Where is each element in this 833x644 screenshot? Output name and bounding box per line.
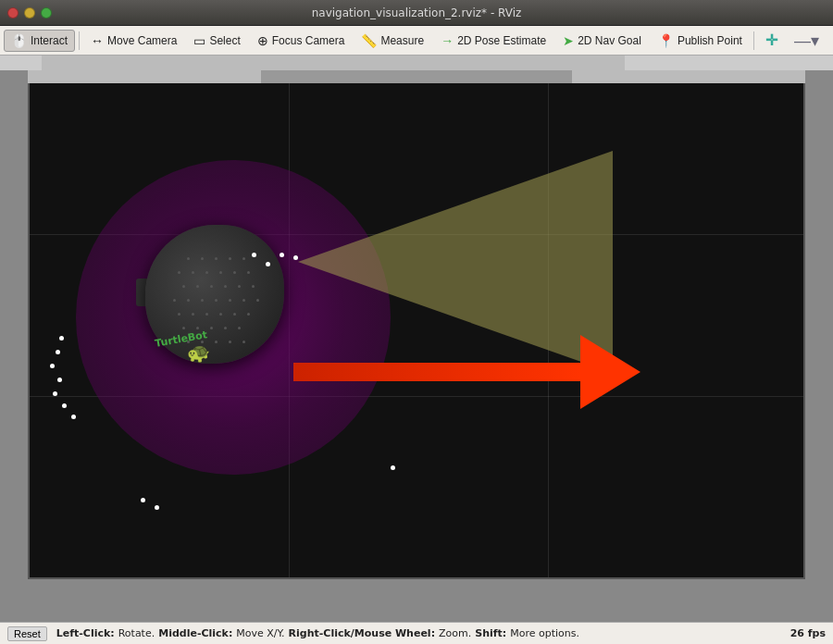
- robot-dot: [247, 313, 250, 316]
- robot-dot: [182, 327, 185, 329]
- robot-dot: [233, 313, 236, 316]
- robot-dot: [178, 313, 180, 316]
- lidar-dot: [141, 498, 145, 502]
- nav-goal-label: 2D Nav Goal: [578, 34, 641, 47]
- minimize-button[interactable]: [24, 7, 35, 19]
- interact-tool[interactable]: 🖱️ Interact: [4, 30, 75, 52]
- window-title: navigation_visualization_2.rviz* - RViz: [312, 6, 522, 19]
- lidar-dot: [59, 336, 64, 341]
- robot-dot: [224, 285, 227, 288]
- minus-tool[interactable]: —▾: [787, 27, 827, 55]
- measure-label: Measure: [380, 34, 424, 47]
- lidar-dot: [53, 391, 57, 396]
- robot-dot: [238, 285, 241, 288]
- robot-dot: [178, 271, 180, 274]
- focus-camera-tool[interactable]: ⊕ Focus Camera: [250, 30, 353, 52]
- lidar-dot: [391, 465, 395, 470]
- select-tool[interactable]: ▭ Select: [186, 30, 247, 52]
- lidar-dot: [266, 262, 270, 266]
- robot-dot: [224, 327, 227, 329]
- measure-tool[interactable]: 📏 Measure: [354, 30, 431, 52]
- arrow-head: [580, 335, 640, 409]
- shift-action: More options.: [510, 627, 579, 639]
- publish-point-tool[interactable]: 📍 Publish Point: [651, 30, 750, 52]
- lidar-dot: [50, 364, 55, 368]
- nav-goal-icon: ➤: [563, 33, 574, 48]
- viewport-container: TurtleBot 🐢: [28, 70, 805, 579]
- lidar-dot: [155, 505, 159, 510]
- robot-dot: [187, 299, 190, 302]
- robot-dot: [229, 341, 231, 343]
- lidar-dot: [252, 253, 256, 257]
- viewport-scrollbar[interactable]: [28, 70, 805, 83]
- measure-icon: 📏: [361, 33, 377, 48]
- scrollbar-thumb[interactable]: [261, 70, 572, 83]
- robot-dot: [238, 327, 241, 329]
- lidar-dot: [280, 253, 284, 257]
- horizontal-scrollbar[interactable]: [42, 56, 625, 70]
- robot-dot: [242, 257, 245, 260]
- lidar-dot: [293, 255, 298, 260]
- left-click-action: Rotate.: [118, 627, 155, 639]
- robot-dot: [229, 257, 231, 260]
- robot-dot: [252, 285, 255, 288]
- robot-dot: [173, 299, 176, 302]
- add-tool[interactable]: ✛: [758, 28, 785, 53]
- lidar-dot: [57, 378, 62, 382]
- publish-point-label: Publish Point: [678, 34, 742, 47]
- add-icon: ✛: [765, 31, 777, 49]
- red-arrow: [293, 359, 636, 385]
- maximize-button[interactable]: [41, 7, 52, 19]
- robot-dot: [233, 271, 236, 274]
- focus-camera-icon: ⊕: [257, 33, 268, 48]
- lidar-dot: [62, 403, 67, 408]
- select-label: Select: [209, 34, 240, 47]
- robot-dot: [201, 299, 204, 302]
- robot-dot: [229, 299, 231, 302]
- robot-dot: [210, 327, 213, 329]
- robot-dot: [187, 257, 190, 260]
- arrow-shaft: [293, 363, 580, 381]
- interact-label: Interact: [31, 34, 68, 47]
- top-panel: [0, 56, 833, 70]
- interact-icon: 🖱️: [11, 33, 27, 48]
- minus-icon: —▾: [794, 31, 819, 51]
- separator-2: [753, 31, 754, 50]
- move-camera-icon: ↔: [91, 33, 104, 48]
- 3d-viewport[interactable]: TurtleBot 🐢: [28, 70, 805, 579]
- robot-dot: [247, 271, 250, 274]
- shift-key: Shift:: [475, 627, 506, 639]
- panel-resize-handle[interactable]: ▸: [803, 311, 805, 339]
- robot-dot: [192, 271, 194, 274]
- close-button[interactable]: [7, 7, 19, 19]
- nav-goal-tool[interactable]: ➤ 2D Nav Goal: [555, 30, 649, 52]
- robot-dot: [215, 341, 218, 343]
- robot-dot: [201, 257, 204, 260]
- robot-dot: [219, 313, 222, 316]
- reset-button[interactable]: Reset: [7, 626, 47, 641]
- robot-dot: [215, 257, 218, 260]
- left-click-key: Left-Click:: [56, 627, 115, 639]
- focus-camera-label: Focus Camera: [272, 34, 345, 47]
- select-icon: ▭: [193, 33, 205, 48]
- lidar-dot: [56, 350, 60, 354]
- robot-dot: [182, 285, 185, 288]
- move-camera-tool[interactable]: ↔ Move Camera: [83, 30, 184, 52]
- middle-click-key: Middle-Click:: [158, 627, 232, 639]
- robot-dot: [215, 299, 218, 302]
- separator-1: [79, 31, 80, 50]
- robot: TurtleBot 🐢: [136, 216, 293, 373]
- pose-estimate-label: 2D Pose Estimate: [457, 34, 546, 47]
- robot-dot: [242, 299, 245, 302]
- right-click-action: Zoom.: [439, 627, 471, 639]
- pose-estimate-icon: →: [441, 33, 454, 48]
- robot-dot: [205, 313, 208, 316]
- toolbar: 🖱️ Interact ↔ Move Camera ▭ Select ⊕ Foc…: [0, 26, 833, 56]
- fps-counter: 26 fps: [790, 627, 826, 639]
- turtle-icon: 🐢: [187, 341, 210, 364]
- lidar-dot: [71, 415, 76, 419]
- robot-dot: [196, 285, 199, 288]
- pose-estimate-tool[interactable]: → 2D Pose Estimate: [433, 30, 553, 52]
- robot-dot: [219, 271, 222, 274]
- right-click-key: Right-Click/Mouse Wheel:: [289, 627, 435, 639]
